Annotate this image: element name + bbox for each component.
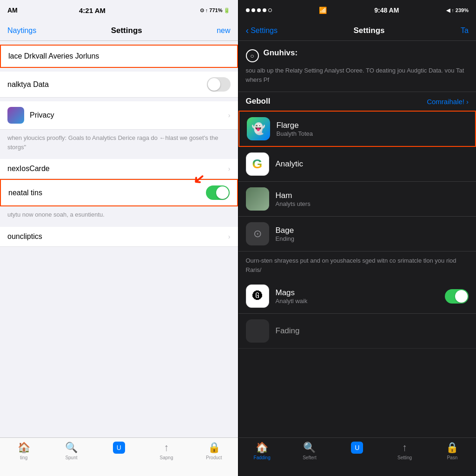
section-header-row: Geboll Comraihale! › xyxy=(238,92,476,111)
nav-action-left[interactable]: new xyxy=(217,26,230,35)
tab-left-upload-label: Sapng xyxy=(160,455,173,460)
status-bar-left: AM 4:21 AM ⊙ ↑ 771% 🔋 xyxy=(0,0,238,20)
person-placeholder xyxy=(246,187,269,211)
tab-right-u[interactable]: U xyxy=(333,442,381,455)
fading-app-info: Fading xyxy=(276,326,469,336)
analytic-app-name: Analytic xyxy=(276,159,469,169)
mags-toggle[interactable] xyxy=(445,289,469,304)
upload-icon: ↑ xyxy=(164,442,169,454)
main-toggle[interactable] xyxy=(206,185,230,200)
back-label-right: Settings xyxy=(251,26,278,35)
nav-title-left: Settings xyxy=(111,26,142,35)
tab-left-search[interactable]: 🔍 Spunt xyxy=(47,442,95,460)
nexios-label: nexIosCarde xyxy=(7,165,50,173)
tab-left-home-label: ting xyxy=(20,455,27,460)
analytics-toggle[interactable] xyxy=(207,77,231,92)
lock-icon-right: 🔒 xyxy=(446,442,458,454)
fading-icon-placeholder xyxy=(246,319,269,343)
wifi-icon-right: 📶 xyxy=(319,7,327,14)
highlighted-row-text: lace Drkvall Averies Jorluns xyxy=(8,52,99,60)
analytics-toggle-row[interactable]: nalktya Data xyxy=(0,72,238,98)
nav-title-right: Settings xyxy=(354,26,385,35)
tab-right-home-label: Fadding xyxy=(254,455,271,460)
google-g-icon: G xyxy=(252,157,263,172)
circle-icon: ○ xyxy=(246,49,259,62)
mags-app-name: Mags xyxy=(276,288,439,298)
ouncliptics-chevron: › xyxy=(228,233,231,240)
toggle-label: neatal tins xyxy=(8,189,42,197)
flarge-app-info: Flarge Bualyth Totea xyxy=(277,121,468,137)
tab-left-product[interactable]: 🔒 Product xyxy=(190,442,238,460)
right-panel: 📶 9:48 AM ◀ ↑ 239% ‹ Settings Settings T… xyxy=(238,0,476,476)
tab-right-setting[interactable]: ↑ Setting xyxy=(381,442,428,460)
section-label: Geboll xyxy=(246,97,271,106)
dot3 xyxy=(257,8,261,12)
bage-app-icon: ⊙ xyxy=(246,222,269,245)
left-content: lace Drkvall Averies Jorluns nalktya Dat… xyxy=(0,41,238,437)
search-icon: 🔍 xyxy=(65,442,78,454)
body-text-right: Ourn-sten shrayess put and on youshacels… xyxy=(238,251,476,279)
status-left-time-center: 4:21 AM xyxy=(79,7,106,14)
tab-right-setting-label: Setting xyxy=(397,455,412,460)
back-button-right[interactable]: ‹ Settings xyxy=(246,25,278,36)
info-header: ○ Gnuhivs: xyxy=(246,48,469,62)
app-row-flarge[interactable]: 👻 Flarge Bualyth Totea xyxy=(238,111,476,147)
mags-app-icon: 🅖 xyxy=(246,284,269,308)
nav-bar-right: ‹ Settings Settings Ta xyxy=(238,20,476,41)
ghost-icon: 👻 xyxy=(251,122,265,135)
u-icon-right: U xyxy=(351,442,363,454)
signal-dots xyxy=(246,8,272,12)
back-button-left[interactable]: Naytings xyxy=(7,26,36,35)
home-icon-right: 🏠 xyxy=(256,442,268,454)
info-subtitle: sou alb up the Relaty Setting Analyst Oo… xyxy=(246,66,469,84)
tab-left-product-label: Product xyxy=(206,455,222,460)
right-content: ○ Gnuhivs: sou alb up the Relaty Setting… xyxy=(238,41,476,437)
tab-left-upload[interactable]: ↑ Sapng xyxy=(143,442,190,460)
flarge-app-sub: Bualyth Totea xyxy=(277,130,468,137)
dot5 xyxy=(268,8,272,12)
privacy-row[interactable]: Privacy › xyxy=(0,101,238,130)
privacy-chevron: › xyxy=(228,112,231,119)
description-text-1: when yloucics proofly: Goals to Analytic… xyxy=(0,130,238,155)
nav-tab-right[interactable]: Ta xyxy=(461,26,469,35)
upload-icon-right: ↑ xyxy=(402,442,407,454)
ouncliptics-row[interactable]: ouncliptics › xyxy=(0,227,238,247)
tab-right-pasn-label: Pasn xyxy=(447,455,457,460)
bage-app-sub: Ending xyxy=(276,235,469,242)
app-row-fading[interactable]: Fading xyxy=(238,314,476,349)
status-bar-right: 📶 9:48 AM ◀ ↑ 239% xyxy=(238,0,476,20)
privacy-avatar xyxy=(7,107,24,124)
tab-right-home[interactable]: 🏠 Fadding xyxy=(238,442,286,460)
status-left-time: AM xyxy=(7,7,18,14)
section-action[interactable]: Comraihale! › xyxy=(427,98,469,106)
tab-bar-left: 🏠 ting 🔍 Spunt U ↑ Sapng 🔒 Product xyxy=(0,437,238,476)
tab-bar-right: 🏠 Fadding 🔍 Seftert U ↑ Setting 🔒 Pasn xyxy=(238,437,476,476)
tab-right-search[interactable]: 🔍 Seftert xyxy=(286,442,333,460)
flarge-app-name: Flarge xyxy=(277,121,468,130)
status-right-time: 9:48 AM xyxy=(374,7,399,14)
nexios-chevron: › xyxy=(228,165,231,172)
highlighted-row-top[interactable]: lace Drkvall Averies Jorluns xyxy=(0,45,238,68)
app-row-bage[interactable]: ⊙ Bage Ending xyxy=(238,217,476,251)
app-row-mags[interactable]: 🅖 Mags Analytl waik xyxy=(238,279,476,314)
app-row-ham[interactable]: Ham Analyts uters xyxy=(238,182,476,217)
info-title: Gnuhivs: xyxy=(264,48,298,58)
left-panel: AM 4:21 AM ⊙ ↑ 771% 🔋 Naytings Settings … xyxy=(0,0,238,476)
tab-right-pasn[interactable]: 🔒 Pasn xyxy=(429,442,476,460)
lock-icon-left: 🔒 xyxy=(208,442,220,454)
dot1 xyxy=(246,8,250,12)
nav-bar-left: Naytings Settings new xyxy=(0,20,238,41)
flarge-app-icon: 👻 xyxy=(247,117,270,140)
mags-app-sub: Analytl waik xyxy=(276,298,439,304)
ham-app-sub: Analyts uters xyxy=(276,200,469,207)
status-right-icons: ◀ ↑ 239% xyxy=(446,7,469,13)
ham-app-name: Ham xyxy=(276,191,469,200)
app-row-analytic[interactable]: G Analytic xyxy=(238,147,476,182)
analytic-app-info: Analytic xyxy=(276,159,469,169)
bage-app-info: Bage Ending xyxy=(276,226,469,242)
mags-google-icon: 🅖 xyxy=(252,290,263,302)
tab-left-home[interactable]: 🏠 ting xyxy=(0,442,47,460)
info-section: ○ Gnuhivs: sou alb up the Relaty Setting… xyxy=(238,41,476,92)
tab-left-u[interactable]: U xyxy=(95,442,143,455)
toggle-row-wrap: neatal tins ➜ xyxy=(0,179,238,206)
